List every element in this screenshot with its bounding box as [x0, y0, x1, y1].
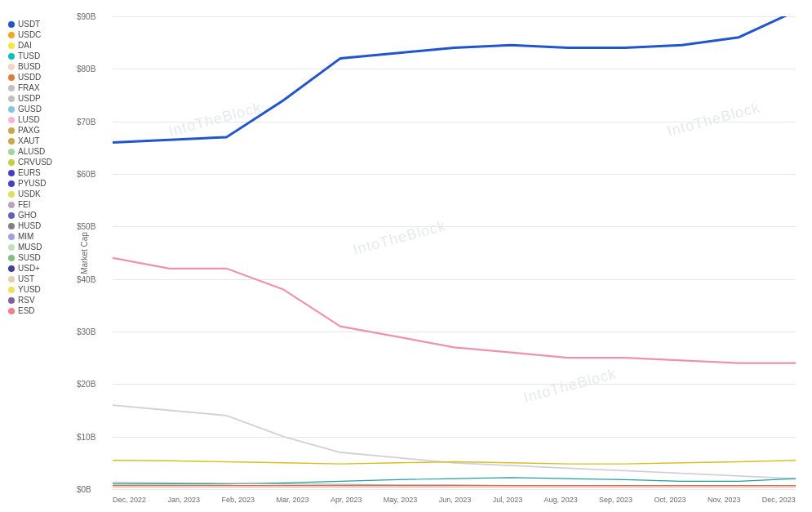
y-axis-label: $40B: [77, 274, 95, 283]
legend-item: GUSD: [8, 105, 73, 114]
chart-svg: [113, 16, 796, 489]
x-axis-tick: Jun, 2023: [439, 496, 472, 504]
x-axis-tick: Apr, 2023: [331, 496, 362, 504]
x-axis-tick: Dec, 2023: [762, 496, 796, 504]
legend-item: MIM: [8, 232, 73, 241]
legend-item: PYUSD: [8, 179, 73, 188]
y-axis-label: $30B: [77, 327, 95, 336]
legend-item: YUSD: [8, 285, 73, 294]
y-axis-label: $60B: [77, 170, 95, 179]
y-axis-label: $70B: [77, 117, 95, 126]
legend-item: USDT: [8, 20, 73, 29]
legend-item: USDK: [8, 189, 73, 198]
legend-item: ESD: [8, 306, 73, 315]
legend-item: CRVUSD: [8, 158, 73, 167]
y-axis-label: $20B: [77, 380, 95, 389]
legend-item: USDD: [8, 73, 73, 82]
legend-item: LUSD: [8, 115, 73, 124]
y-axis-label: $10B: [77, 432, 95, 441]
x-axis-tick: Oct, 2023: [654, 496, 686, 504]
legend-item: DAI: [8, 41, 73, 50]
legend-item: USDC: [8, 30, 73, 39]
legend-item: TUSD: [8, 51, 73, 60]
legend: USDTUSDCDAITUSDBUSDUSDDFRAXUSDPGUSDLUSDP…: [8, 16, 73, 505]
legend-item: FEI: [8, 200, 73, 209]
chart-area: USDTUSDCDAITUSDBUSDUSDDFRAXUSDPGUSDLUSDP…: [8, 16, 804, 505]
x-axis-tick: Jan, 2023: [167, 496, 200, 504]
legend-item: USD+: [8, 264, 73, 273]
legend-item: MUSD: [8, 243, 73, 252]
y-axis-label: $80B: [77, 65, 95, 73]
page-container: USDTUSDCDAITUSDBUSDUSDDFRAXUSDPGUSDLUSDP…: [0, 0, 812, 512]
legend-item: UST: [8, 274, 73, 283]
legend-item: HUSD: [8, 221, 73, 230]
x-axis-tick: Aug, 2023: [544, 496, 578, 504]
legend-item: EURS: [8, 168, 73, 177]
x-axis-tick: Feb, 2023: [221, 496, 255, 504]
x-axis-tick: Jul, 2023: [493, 496, 523, 504]
y-axis-label: $90B: [77, 12, 95, 21]
x-axis-tick: Dec, 2022: [113, 496, 146, 504]
legend-item: RSV: [8, 296, 73, 305]
legend-item: ALUSD: [8, 147, 73, 156]
legend-item: PAXG: [8, 126, 73, 135]
legend-item: SUSD: [8, 253, 73, 262]
x-axis-tick: Nov, 2023: [708, 496, 740, 504]
y-axis-label: $0B: [77, 485, 91, 494]
x-axis-tick: Mar, 2023: [276, 496, 308, 504]
legend-item: BUSD: [8, 62, 73, 71]
chart-wrapper: IntoTheBlock IntoTheBlock IntoTheBlock I…: [73, 16, 804, 505]
y-axis-label: $50B: [77, 222, 95, 231]
legend-item: XAUT: [8, 136, 73, 145]
y-axis-title: Market Cap: [80, 232, 89, 274]
legend-item: FRAX: [8, 83, 73, 92]
legend-item: USDP: [8, 94, 73, 103]
x-axis-tick: May, 2023: [384, 496, 417, 504]
x-axis-tick: Sep, 2023: [599, 496, 632, 504]
legend-item: GHO: [8, 211, 73, 220]
chart-inner: IntoTheBlock IntoTheBlock IntoTheBlock I…: [113, 16, 796, 489]
x-axis-labels: Dec, 2022Jan, 2023Feb, 2023Mar, 2023Apr,…: [113, 496, 796, 504]
grid-line: [113, 489, 796, 490]
